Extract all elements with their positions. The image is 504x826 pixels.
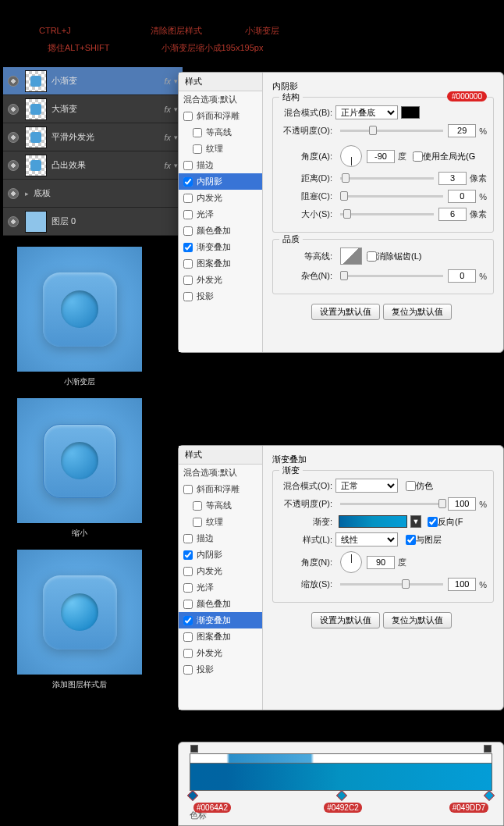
scale-slider[interactable] (340, 583, 443, 586)
layer-row[interactable]: 小渐变fx▾ (3, 67, 183, 95)
layer-style-dialog-gradient-overlay: 样式 混合选项:默认 斜面和浮雕 等高线 纹理 描边 内阴影 内发光 光泽 颜色… (178, 445, 504, 710)
preview-label: 小渐变层 (17, 376, 142, 387)
visibility-icon[interactable] (8, 76, 19, 87)
gradient-preview-top[interactable] (190, 753, 492, 763)
angle-dial[interactable] (340, 145, 362, 167)
panel-title: 内阴影 (272, 80, 494, 92)
distance-slider[interactable] (340, 177, 434, 180)
layer-thumb (25, 70, 47, 92)
blend-options[interactable]: 混合选项:默认 (179, 91, 262, 108)
style-item[interactable]: 描边 (179, 157, 262, 173)
style-item-gradient-overlay[interactable]: 渐变叠加 (179, 612, 262, 628)
color-tag: #000000 (447, 91, 487, 101)
style-item[interactable]: 投影 (179, 288, 262, 304)
choke-slider[interactable] (340, 195, 443, 198)
style-item-inner-shadow[interactable]: 内阴影 (179, 173, 262, 190)
visibility-icon[interactable] (8, 160, 19, 171)
style-item[interactable]: 光泽 (179, 206, 262, 223)
layer-row[interactable]: 凸出效果fx▾ (3, 151, 183, 180)
reset-default-button[interactable]: 复位为默认值 (383, 612, 452, 628)
layer-row[interactable]: 平滑外发光fx▾ (3, 123, 183, 151)
style-item[interactable]: 内发光 (179, 190, 262, 206)
style-item[interactable]: 图案叠加 (179, 255, 262, 272)
visibility-icon[interactable] (8, 216, 19, 227)
style-list: 样式 混合选项:默认 斜面和浮雕 等高线 纹理 描边 内阴影 内发光 光泽 颜色… (179, 446, 263, 710)
opacity-slider[interactable] (340, 130, 443, 132)
dither-checkbox[interactable] (406, 481, 416, 491)
opacity-stop[interactable] (190, 745, 198, 753)
instruction-text: CTRL+J复制大渐变层，右键-清除图层样式，并命名为小渐变层，CTRL+T，然… (0, 0, 504, 67)
gradient-overlay-panel: 渐变叠加 渐变 混合模式(O):正常仿色 不透明度(P):100% 渐变:▼反向… (263, 446, 503, 710)
preview-1 (17, 247, 142, 372)
inner-shadow-panel: 内阴影 结构 #000000 混合模式(B):正片叠底 不透明度(O):29% … (263, 73, 503, 352)
panel-title: 渐变叠加 (272, 454, 494, 465)
style-item[interactable]: 颜色叠加 (179, 223, 262, 239)
opacity-value[interactable]: 29 (448, 124, 476, 137)
noise-slider[interactable] (340, 275, 443, 277)
opacity-stop[interactable] (484, 745, 492, 753)
fx-badge: fx (164, 77, 171, 86)
layers-panel: 小渐变fx▾ 大渐变fx▾ 平滑外发光fx▾ 凸出效果fx▾ ▸底板 图层 0 (3, 67, 183, 236)
layer-thumb (25, 155, 47, 176)
gradient-editor: #0064A2 #0492C2 #049DD7 色标 (178, 742, 504, 826)
preview-3 (17, 550, 142, 675)
blend-mode-select[interactable]: 正常 (335, 479, 398, 493)
style-item[interactable]: 纹理 (179, 141, 262, 157)
layer-style-dialog-inner-shadow: 样式 混合选项:默认 斜面和浮雕 等高线 纹理 描边 内阴影 内发光 光泽 颜色… (178, 72, 504, 353)
style-item[interactable]: 外发光 (179, 272, 262, 288)
reset-default-button[interactable]: 复位为默认值 (383, 304, 452, 320)
gradient-swatch[interactable] (339, 515, 407, 528)
antialias-checkbox[interactable] (367, 251, 377, 262)
angle-dial[interactable] (340, 551, 362, 573)
preview-label: 缩小 (17, 528, 142, 539)
layer-name: 小渐变 (51, 75, 164, 87)
opacity-slider[interactable] (340, 503, 443, 505)
blend-mode-select[interactable]: 正片叠底 (335, 105, 398, 119)
visibility-icon[interactable] (8, 104, 19, 115)
color-stop[interactable]: #049DD7 (485, 792, 493, 801)
gradient-bar[interactable]: #0064A2 #0492C2 #049DD7 (190, 763, 492, 791)
expand-icon[interactable]: ▸ (25, 190, 29, 198)
visibility-icon[interactable] (8, 132, 19, 143)
layer-row-folder[interactable]: ▸底板 (3, 180, 183, 208)
global-light-checkbox[interactable] (413, 151, 423, 162)
layer-row[interactable]: 大渐变fx▾ (3, 95, 183, 123)
layer-thumb (25, 98, 47, 120)
set-default-button[interactable]: 设置为默认值 (311, 612, 380, 628)
visibility-icon[interactable] (8, 188, 19, 199)
set-default-button[interactable]: 设置为默认值 (311, 304, 380, 320)
angle-value[interactable]: -90 (367, 150, 395, 163)
preview-2 (17, 398, 142, 523)
styles-header: 样式 (179, 73, 262, 91)
color-stop[interactable]: #0064A2 (189, 792, 197, 801)
style-item[interactable]: 等高线 (179, 124, 262, 141)
style-item[interactable]: 渐变叠加 (179, 239, 262, 255)
style-item[interactable]: 斜面和浮雕 (179, 108, 262, 124)
color-swatch[interactable] (401, 106, 420, 119)
gradient-style-select[interactable]: 线性 (335, 532, 398, 547)
preview-label: 添加图层样式后 (17, 679, 142, 690)
style-list: 样式 混合选项:默认 斜面和浮雕 等高线 纹理 描边 内阴影 内发光 光泽 颜色… (179, 73, 263, 352)
reverse-checkbox[interactable] (428, 517, 438, 527)
color-stop[interactable]: #0492C2 (338, 792, 346, 801)
size-slider[interactable] (340, 213, 434, 215)
align-checkbox[interactable] (406, 535, 416, 545)
layer-thumb (25, 211, 47, 233)
layer-row[interactable]: 图层 0 (3, 208, 183, 236)
layer-thumb (25, 126, 47, 148)
contour-picker[interactable] (340, 247, 362, 265)
gradient-dropdown[interactable]: ▼ (410, 515, 421, 528)
